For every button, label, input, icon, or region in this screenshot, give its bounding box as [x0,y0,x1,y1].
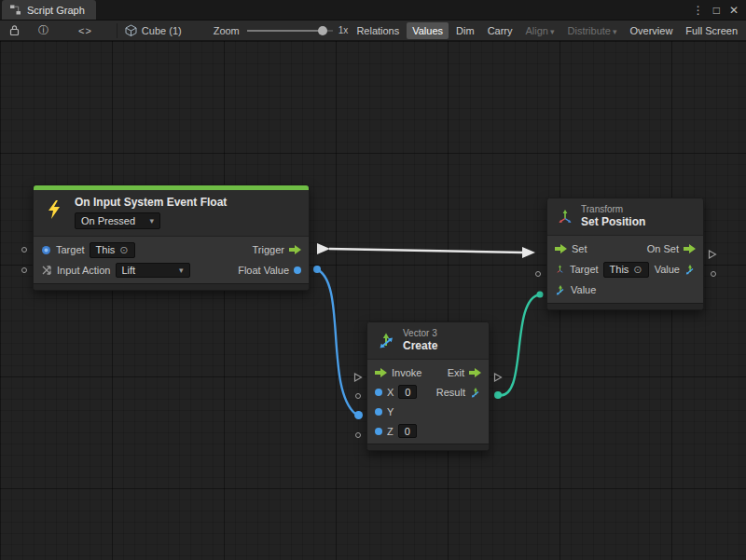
field-value: This [610,264,629,275]
vector3-port-icon[interactable] [555,284,566,295]
port-row-target-value: Target This ⊙ Value [547,259,703,280]
code-view-icon[interactable]: <> [75,25,96,36]
vector3-port-icon[interactable] [470,387,481,398]
z-value-input[interactable]: 0 [398,424,417,438]
toolbar-divider [117,23,117,38]
tab-title: Script Graph [27,5,85,16]
flow-output-port-icon[interactable] [469,368,481,377]
port-row-invoke-exit: Invoke Exit [367,362,489,382]
port-label-z: Z [387,426,394,437]
port-label-input-action: Input Action [57,265,111,276]
input-port-circle[interactable] [535,271,541,277]
node-title: Create [403,339,437,353]
field-value: This [96,244,116,255]
port-row-y: Y [367,402,489,421]
input-port-circle[interactable] [355,432,361,438]
graph-target-selector[interactable]: Cube (1) [125,24,182,36]
flow-input-port-icon[interactable] [375,368,387,377]
input-port-circle[interactable] [355,393,361,399]
port-label-value-out: Value [655,264,680,275]
vector-wire-result-to-value [494,292,544,400]
float-input-port[interactable] [375,428,382,435]
vector3-port-icon[interactable] [684,264,696,275]
event-mode-dropdown[interactable]: On Pressed ▾ [75,212,160,229]
target-object-field[interactable]: This ⊙ [90,242,135,258]
chevron-down-icon: ▾ [179,266,184,275]
flow-input-port-icon[interactable] [555,244,567,253]
flow-output-port-icon[interactable] [289,245,301,254]
zoom-slider-handle[interactable] [318,26,327,35]
port-label-x: X [387,387,394,398]
port-label-trigger: Trigger [253,244,284,255]
node-on-input-system-event-float[interactable]: On Input System Event Float On Pressed ▾… [33,184,310,291]
close-icon[interactable]: ✕ [729,4,739,17]
overview-button[interactable]: Overview [625,22,679,39]
graph-canvas[interactable]: On Input System Event Float On Pressed ▾… [0,41,746,560]
port-label-invoke: Invoke [392,367,421,378]
transform-mini-icon [555,265,565,275]
node-vector3-create[interactable]: Vector 3 Create Invoke Exit X 0 [366,321,490,451]
distribute-label: Distribute [568,25,611,36]
align-label: Align [526,25,548,36]
info-icon[interactable]: ⓘ [35,23,52,37]
dropdown-value: On Pressed [81,215,135,226]
graph-toolbar: ⓘ <> Cube (1) Zoom 1x Relations Values D… [0,20,746,41]
cube-icon [125,24,137,36]
port-label-target: Target [570,264,599,275]
distribute-dropdown-button[interactable]: Distribute▾ [562,22,623,39]
float-input-port[interactable] [375,408,382,416]
float-output-port[interactable] [294,266,301,274]
flow-port-triangle[interactable] [353,373,363,382]
flow-port-triangle[interactable] [493,373,503,382]
flow-wire-trigger-to-set [317,243,535,258]
chevron-down-icon: ▾ [613,27,617,36]
dim-button[interactable]: Dim [450,22,480,39]
input-port-circle[interactable] [21,267,27,273]
port-label-float-value: Float Value [238,265,289,276]
flow-port-triangle[interactable] [708,250,717,259]
target-object-field[interactable]: This ⊙ [603,262,649,278]
node-transform-set-position[interactable]: Transform Set Position Set On Set [546,198,704,310]
flow-output-port-icon[interactable] [684,244,696,253]
port-row-target-trigger: Target This ⊙ Trigger [34,239,309,260]
field-value: 0 [405,426,410,437]
node-category: Transform [581,204,645,215]
float-input-port[interactable] [375,389,382,396]
connected-float-port[interactable] [354,411,363,419]
gameobject-icon [41,245,51,255]
input-port-circle[interactable] [21,247,27,253]
node-title: Set Position [581,215,645,229]
port-row-set-onset: Set On Set [547,239,703,259]
node-header[interactable]: Vector 3 Create [367,322,489,360]
tab-bar: Script Graph ⋮ □ ✕ [0,0,746,20]
node-header[interactable]: Transform Set Position [547,198,703,236]
input-action-icon [41,265,52,276]
lock-icon[interactable] [6,24,23,36]
port-label-target: Target [56,244,85,255]
port-label-y: Y [387,406,394,417]
relations-button[interactable]: Relations [351,22,405,39]
carry-button[interactable]: Carry [482,22,518,39]
port-label-value-in: Value [571,284,596,295]
node-header[interactable]: On Input System Event Float On Pressed ▾ [34,190,309,237]
window-menu-icon[interactable]: ⋮ [693,4,704,17]
output-port-circle[interactable] [711,271,716,277]
tab-script-graph[interactable]: Script Graph [2,0,96,20]
input-action-dropdown[interactable]: Lift ▾ [116,263,190,278]
port-label-result: Result [436,387,465,398]
node-footer [367,444,489,450]
float-wire-floatvalue-to-y [313,266,355,414]
maximize-icon[interactable]: □ [713,4,720,17]
fullscreen-button[interactable]: Full Screen [680,22,743,39]
zoom-slider-fill [247,30,323,32]
port-row-value-in: Value [547,280,703,300]
zoom-value: 1x [338,25,349,35]
values-button[interactable]: Values [407,22,449,39]
object-picker-icon: ⊙ [633,264,642,276]
window-controls: ⋮ □ ✕ [693,0,746,20]
toolbar-buttons: Relations Values Dim Carry Align▾ Distri… [351,22,746,39]
align-dropdown-button[interactable]: Align▾ [520,22,560,39]
x-value-input[interactable]: 0 [398,385,417,399]
zoom-slider[interactable] [247,25,333,36]
port-row-inputaction-floatvalue: Input Action Lift ▾ Float Value [34,260,309,280]
